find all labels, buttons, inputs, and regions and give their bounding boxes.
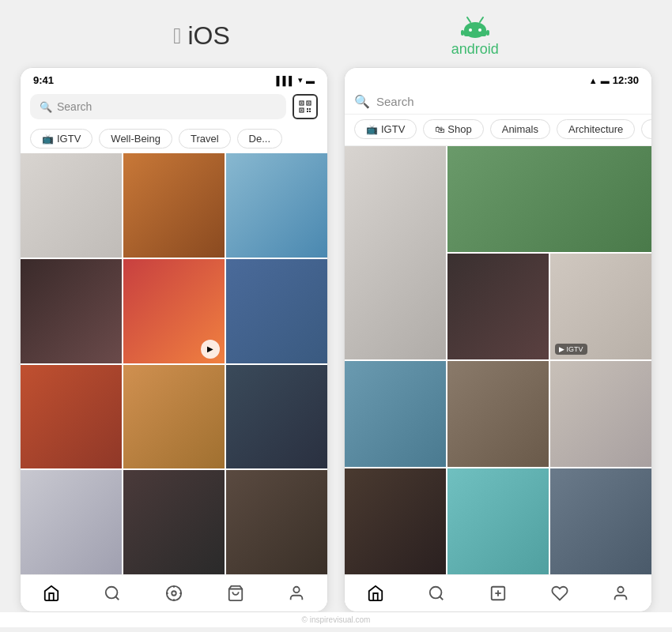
android-photo-dog-grass <box>447 146 651 252</box>
android-photo-shoes: ▶ IGTV <box>550 254 651 359</box>
android-photo-cat-laptop <box>447 361 549 467</box>
svg-point-5 <box>478 28 481 32</box>
android-search-icon: 🔍 <box>354 94 370 109</box>
svg-point-20 <box>167 586 181 600</box>
android-nav-profile[interactable] <box>606 581 636 605</box>
android-chips-row: 📺IGTV 🛍Shop Animals Architecture Science… <box>345 115 651 146</box>
svg-line-19 <box>116 596 119 600</box>
android-nav-home[interactable] <box>361 581 391 605</box>
android-search-bar[interactable]: 🔍 Search <box>345 89 651 115</box>
android-icon <box>459 14 491 40</box>
android-photo-ankle <box>550 361 651 467</box>
android-photo-dog-dark <box>447 254 549 359</box>
phones-container: 9:41 ▌▌▌ ▾ ▬ 🔍 Search <box>0 67 672 612</box>
android-photo-husky <box>550 468 651 574</box>
svg-rect-17 <box>309 111 311 112</box>
android-text: android <box>451 41 499 58</box>
ios-nav-reels[interactable] <box>159 581 189 605</box>
android-photo-cat-teal <box>447 468 549 574</box>
android-signal-icon: ▲ <box>589 76 598 85</box>
video-icon: ▶ <box>201 340 220 359</box>
qr-icon <box>299 100 311 113</box>
svg-point-21 <box>172 591 176 596</box>
android-chip-animals[interactable]: Animals <box>490 119 550 139</box>
android-nav-search[interactable] <box>421 581 451 605</box>
android-label: android <box>451 14 499 58</box>
android-time: 12:30 <box>613 74 639 86</box>
svg-rect-13 <box>301 110 303 111</box>
svg-line-6 <box>467 17 470 22</box>
photo-2 <box>123 153 225 258</box>
svg-point-33 <box>618 587 624 592</box>
svg-point-18 <box>106 587 118 599</box>
android-status-bar: ▲ ▬ 12:30 <box>345 68 651 89</box>
android-nav-add[interactable] <box>483 581 513 605</box>
ios-phone: 9:41 ▌▌▌ ▾ ▬ 🔍 Search <box>20 67 328 612</box>
android-photo-cats <box>345 468 446 574</box>
photo-3 <box>226 153 327 258</box>
wifi-icon: ▾ <box>298 75 303 85</box>
svg-rect-11 <box>308 103 310 104</box>
svg-rect-14 <box>307 108 308 110</box>
svg-line-7 <box>480 17 483 22</box>
ios-bottom-nav <box>21 574 327 611</box>
ios-time: 9:41 <box>33 74 54 86</box>
svg-line-29 <box>440 596 444 600</box>
photo-5: ▶ <box>123 259 225 363</box>
svg-rect-15 <box>309 108 311 110</box>
android-battery-icon: ▬ <box>601 76 610 85</box>
qr-button[interactable] <box>293 94 318 119</box>
search-icon: 🔍 <box>40 101 52 113</box>
android-phone: ▲ ▬ 12:30 🔍 Search 📺IGTV 🛍Shop Animals A… <box>344 67 652 612</box>
platform-labels:  iOS android <box>0 0 672 67</box>
android-photo-rabbit <box>345 146 446 359</box>
svg-point-27 <box>294 587 300 592</box>
ios-label:  iOS <box>173 14 230 58</box>
ios-nav-search[interactable] <box>97 581 127 605</box>
svg-rect-2 <box>461 30 464 36</box>
ios-nav-shop[interactable] <box>221 581 251 605</box>
ios-text: iOS <box>187 21 229 51</box>
android-status-icons: ▲ ▬ 12:30 <box>589 74 639 86</box>
apple-icon:  <box>173 24 181 49</box>
photo-9 <box>226 365 327 469</box>
svg-rect-3 <box>486 30 489 36</box>
photo-7 <box>21 365 122 469</box>
signal-icon: ▌▌▌ <box>277 76 295 85</box>
ios-search-placeholder: Search <box>57 100 92 113</box>
photo-8 <box>123 365 225 469</box>
android-photo-grid: ▶ IGTV <box>345 146 651 574</box>
ios-photo-grid: ▶ <box>21 153 327 574</box>
ios-chips-row: 📺IGTV Well-Being Travel De... <box>21 124 327 153</box>
svg-rect-9 <box>301 103 303 104</box>
android-chip-shop[interactable]: 🛍Shop <box>423 119 483 139</box>
ios-status-bar: 9:41 ▌▌▌ ▾ ▬ <box>21 68 327 89</box>
android-photo-dog-water <box>345 361 446 467</box>
android-nav-heart[interactable] <box>545 581 575 605</box>
android-search-placeholder: Search <box>376 95 414 108</box>
ios-status-icons: ▌▌▌ ▾ ▬ <box>277 75 315 85</box>
svg-rect-1 <box>464 30 486 36</box>
chip-travel[interactable]: Travel <box>179 129 231 149</box>
battery-icon: ▬ <box>306 76 315 85</box>
photo-10 <box>21 470 122 574</box>
ios-search-input[interactable]: 🔍 Search <box>30 94 286 119</box>
photo-4 <box>21 259 122 363</box>
photo-12 <box>226 470 327 574</box>
chip-igtv[interactable]: 📺IGTV <box>30 129 92 149</box>
android-chip-architecture[interactable]: Architecture <box>557 119 635 139</box>
chip-wellbeing[interactable]: Well-Being <box>99 129 172 149</box>
watermark: © inspirevisual.com <box>0 612 672 627</box>
android-bottom-nav <box>345 574 651 611</box>
photo-11 <box>123 470 225 574</box>
photo-1 <box>21 153 122 258</box>
ios-nav-profile[interactable] <box>281 581 311 605</box>
android-chip-science[interactable]: Science & <box>641 119 651 139</box>
svg-point-4 <box>469 28 472 32</box>
svg-point-28 <box>430 587 442 599</box>
ios-search-bar[interactable]: 🔍 Search <box>21 89 327 124</box>
ios-nav-home[interactable] <box>36 581 66 605</box>
android-chip-igtv[interactable]: 📺IGTV <box>354 119 417 139</box>
chip-de[interactable]: De... <box>237 129 282 149</box>
igtv-badge: ▶ IGTV <box>555 344 587 355</box>
